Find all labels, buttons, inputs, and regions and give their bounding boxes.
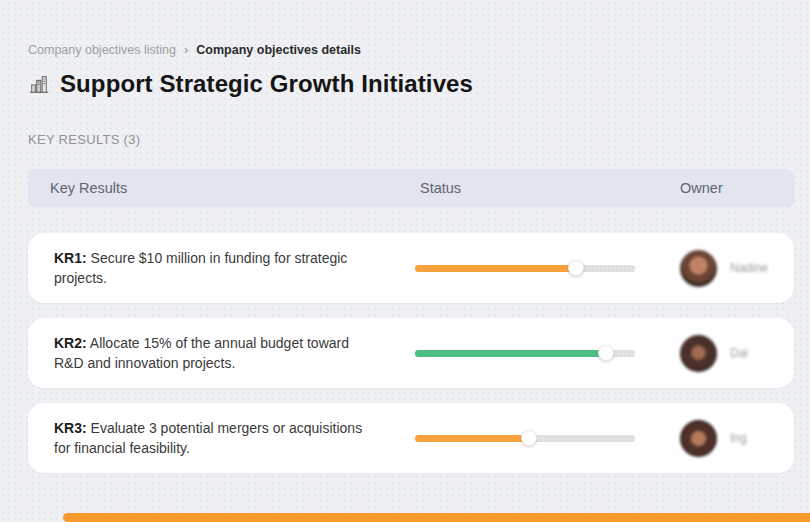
column-header-status: Status [420,180,680,196]
owner-name: Nadine [730,261,768,275]
breadcrumb-current: Company objectives details [196,43,361,57]
progress-slider[interactable] [415,344,635,362]
kr-label: KR1: [54,250,87,266]
page-content: Company objectives listing › Company obj… [28,0,794,488]
progress-fill [415,435,529,442]
owner-cell: Dai [680,335,794,372]
owner-name: Ing [730,431,747,445]
kr-description: KR2: Allocate 15% of the annual budget t… [28,333,420,373]
page-title: Support Strategic Growth Initiatives [60,70,473,98]
table-row: KR2: Allocate 15% of the annual budget t… [28,318,794,388]
kr-description: KR3: Evaluate 3 potential mergers or acq… [28,418,420,458]
progress-knob[interactable] [598,345,614,361]
kr-label: KR3: [54,420,87,436]
table-header: Key Results Status Owner [28,169,794,207]
breadcrumb: Company objectives listing › Company obj… [28,0,794,57]
progress-fill [415,265,576,272]
progress-fill [415,350,606,357]
owner-name: Dai [730,346,748,360]
buildings-icon [28,73,50,95]
title-row: Support Strategic Growth Initiatives [28,70,794,98]
horizontal-scrollbar[interactable] [63,513,810,522]
table-row: KR3: Evaluate 3 potential mergers or acq… [28,403,794,473]
column-header-owner: Owner [680,180,794,196]
kr-description: KR1: Secure $10 million in funding for s… [28,248,420,288]
progress-track [415,265,635,272]
avatar [680,250,717,287]
avatar [680,335,717,372]
kr-text: Secure $10 million in funding for strate… [54,250,347,286]
chevron-right-icon: › [184,42,188,57]
owner-cell: Nadine [680,250,794,287]
key-results-section-label: KEY RESULTS (3) [28,132,794,147]
kr-label: KR2: [54,335,87,351]
column-header-key-results: Key Results [28,180,420,196]
table-row: KR1: Secure $10 million in funding for s… [28,233,794,303]
owner-cell: Ing [680,420,794,457]
key-results-list: KR1: Secure $10 million in funding for s… [28,233,794,473]
progress-slider[interactable] [415,259,635,277]
progress-knob[interactable] [568,260,584,276]
progress-knob[interactable] [521,430,537,446]
progress-slider[interactable] [415,429,635,447]
breadcrumb-parent-link[interactable]: Company objectives listing [28,43,176,57]
avatar [680,420,717,457]
kr-text: Evaluate 3 potential mergers or acquisit… [54,420,362,456]
kr-text: Allocate 15% of the annual budget toward… [54,335,349,371]
